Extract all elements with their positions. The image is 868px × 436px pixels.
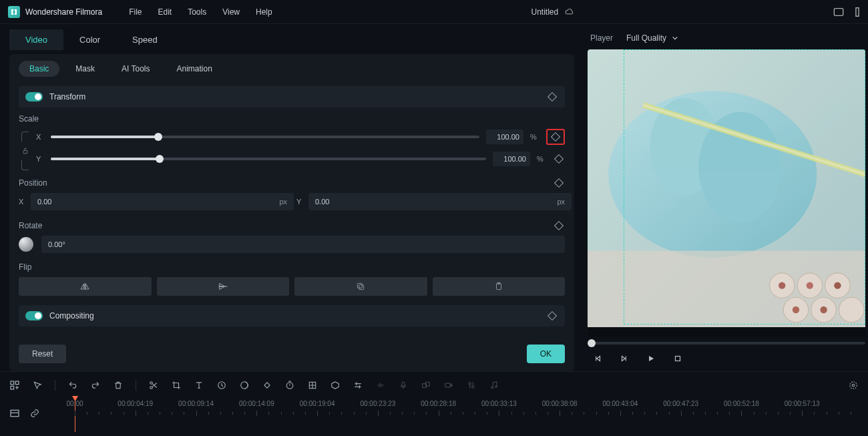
rotate-dial[interactable] <box>19 237 33 252</box>
marker-icon[interactable] <box>307 380 318 391</box>
link-icon[interactable] <box>29 408 40 419</box>
group-icon[interactable] <box>421 380 431 391</box>
position-x-input[interactable] <box>31 193 294 210</box>
project-title: Untitled <box>531 7 559 17</box>
music-icon[interactable] <box>489 380 499 391</box>
menu-file[interactable]: File <box>129 7 142 17</box>
compositing-toggle[interactable] <box>25 311 43 320</box>
transform-keyframe-button[interactable] <box>546 91 558 103</box>
track-collapse-icon[interactable] <box>9 408 20 419</box>
subtab-mask[interactable]: Mask <box>65 61 105 77</box>
text-icon[interactable] <box>194 380 204 391</box>
subtab-animation[interactable]: Animation <box>166 61 222 77</box>
tab-speed[interactable]: Speed <box>116 29 174 50</box>
preview-viewport[interactable] <box>588 49 865 337</box>
menu-view[interactable]: View <box>222 7 240 17</box>
timeline-settings-icon[interactable] <box>848 380 859 391</box>
delete-icon[interactable] <box>113 380 124 391</box>
scale-y-unit: % <box>537 155 546 163</box>
layout-icon[interactable] <box>833 7 844 17</box>
scale-y-keyframe-button[interactable] <box>553 153 565 165</box>
position-y-input[interactable] <box>308 193 572 210</box>
ok-button[interactable]: OK <box>527 345 565 363</box>
selection-border[interactable] <box>624 49 865 324</box>
menu-help[interactable]: Help <box>256 7 272 17</box>
voiceover-icon[interactable] <box>398 380 409 391</box>
flip-vertical-button[interactable] <box>157 277 290 296</box>
stop-button[interactable] <box>672 353 684 365</box>
transform-section-header: Transform <box>19 86 565 107</box>
quality-value: Full Quality <box>626 33 666 43</box>
scale-x-input[interactable] <box>486 130 523 144</box>
undo-icon[interactable] <box>67 380 78 391</box>
scale-x-unit: % <box>530 133 539 141</box>
player-panel: Player Full Quality <box>581 24 868 371</box>
player-scrubber[interactable] <box>588 342 865 345</box>
keyframe-tool-icon[interactable] <box>262 380 272 391</box>
play-forward-button[interactable] <box>618 353 630 365</box>
add-media-icon[interactable] <box>9 380 20 391</box>
color-icon[interactable] <box>239 380 250 391</box>
scale-x-keyframe-button[interactable] <box>546 129 565 145</box>
transform-title: Transform <box>49 92 546 101</box>
tab-video[interactable]: Video <box>9 29 63 50</box>
ruler-label: 00:00:52:18 <box>724 400 759 407</box>
scale-x-slider[interactable] <box>51 136 479 138</box>
subtab-basic[interactable]: Basic <box>19 61 59 77</box>
paste-button[interactable] <box>433 277 566 296</box>
inspector-top-tabs: Video Color Speed <box>9 29 574 50</box>
mixer-icon[interactable] <box>466 380 477 391</box>
svg-point-38 <box>469 383 471 385</box>
title-bar: Wondershare Filmora File Edit Tools View… <box>0 0 868 24</box>
svg-rect-25 <box>15 381 19 385</box>
svg-point-41 <box>495 386 497 387</box>
compositing-title: Compositing <box>49 311 546 320</box>
prev-frame-button[interactable] <box>592 353 604 365</box>
timer-icon[interactable] <box>284 380 295 391</box>
scale-lock-icon[interactable] <box>19 129 32 173</box>
record-icon[interactable] <box>443 380 454 391</box>
split-icon[interactable] <box>148 380 159 391</box>
render-icon[interactable] <box>330 380 341 391</box>
ruler-label: 00:00:28:18 <box>421 400 456 407</box>
cloud-sync-icon[interactable] <box>565 7 574 17</box>
position-keyframe-button[interactable] <box>553 177 565 189</box>
selection-tool-icon[interactable] <box>32 380 43 391</box>
svg-rect-37 <box>445 383 451 387</box>
audio-tool-icon[interactable] <box>375 380 386 391</box>
scale-y-slider[interactable] <box>51 158 486 160</box>
speed-icon[interactable] <box>216 380 227 391</box>
timeline-panel: 00:0000:00:04:1900:00:09:1400:00:14:0900… <box>0 371 868 436</box>
svg-rect-4 <box>358 283 363 288</box>
svg-point-27 <box>150 382 153 385</box>
svg-rect-26 <box>11 386 14 389</box>
ruler-label: 00:00:14:09 <box>239 400 274 407</box>
menu-tools[interactable]: Tools <box>188 7 206 17</box>
tab-color[interactable]: Color <box>63 29 116 50</box>
svg-point-32 <box>286 383 292 389</box>
rotate-input[interactable] <box>41 236 565 253</box>
svg-rect-34 <box>402 382 405 387</box>
scale-y-input[interactable] <box>493 152 530 166</box>
rotate-keyframe-button[interactable] <box>553 220 565 232</box>
adjust-icon[interactable] <box>353 380 363 391</box>
reset-button[interactable]: Reset <box>19 345 66 363</box>
quality-dropdown[interactable]: Full Quality <box>626 33 678 43</box>
copy-button[interactable] <box>294 277 427 296</box>
subtab-ai-tools[interactable]: AI Tools <box>111 61 160 77</box>
app-name: Wondershare Filmora <box>25 7 102 17</box>
menu-edit[interactable]: Edit <box>158 7 172 17</box>
ruler-label: 00:00:23:23 <box>360 400 395 407</box>
flip-horizontal-button[interactable] <box>19 277 152 296</box>
scale-label: Scale <box>19 114 565 124</box>
crop-icon[interactable] <box>171 380 182 391</box>
play-button[interactable] <box>645 353 657 365</box>
svg-point-39 <box>472 386 475 389</box>
scale-y-axis-label: Y <box>36 155 44 163</box>
compositing-keyframe-button[interactable] <box>546 310 558 322</box>
timeline-ruler[interactable]: 00:0000:00:04:1900:00:09:1400:00:14:0900… <box>69 400 859 427</box>
svg-point-40 <box>491 387 493 388</box>
transform-toggle[interactable] <box>25 92 43 101</box>
window-divider-icon[interactable] <box>855 7 860 17</box>
redo-icon[interactable] <box>90 380 101 391</box>
